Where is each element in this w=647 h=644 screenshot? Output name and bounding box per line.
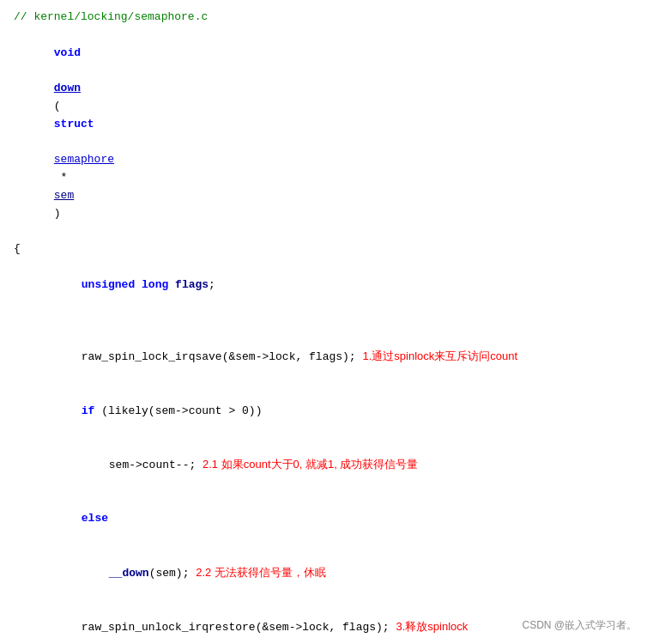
file-comment-1: // kernel/locking/semaphore.c [14, 9, 633, 27]
line-spinlock: raw_spin_lock_irqsave(&sem->lock, flags)… [14, 330, 633, 384]
line-flags: unsigned long flags; [14, 258, 633, 312]
fn-down: down [54, 82, 81, 94]
line-empty-1 [14, 313, 633, 331]
param-sem: sem [54, 189, 74, 202]
brace-open-1: { [14, 240, 633, 258]
page-container: // kernel/locking/semaphore.c void down … [0, 0, 647, 644]
line-else: else [14, 493, 633, 546]
section-down: // kernel/locking/semaphore.c void down … [14, 9, 633, 644]
watermark: CSDN @嵌入式学习者。 [522, 617, 637, 634]
line-count-dec: sem->count--; 2.1 如果count大于0, 就减1, 成功获得信… [14, 438, 633, 492]
kw-struct: struct [54, 118, 94, 131]
line-down-call: __down(sem); 2.2 无法获得信号量，休眠 [14, 546, 633, 600]
signature-down: void down ( struct semaphore * sem ) [14, 27, 633, 241]
line-if-count: if (likely(sem->count > 0)) [14, 385, 633, 438]
type-semaphore: semaphore [54, 153, 114, 166]
kw-void: void [54, 46, 81, 59]
